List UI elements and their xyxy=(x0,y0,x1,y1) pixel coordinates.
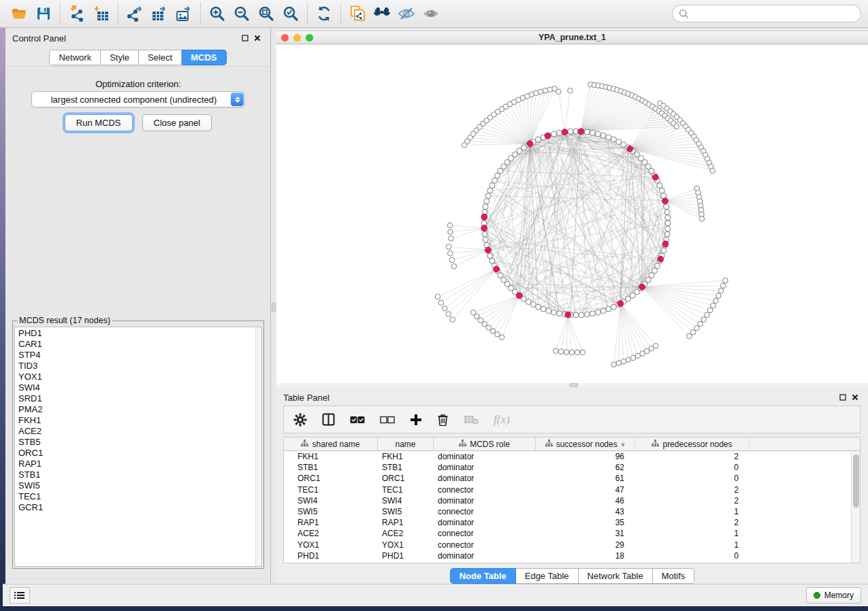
graph-mcds-node[interactable] xyxy=(653,174,659,180)
graph-leaf-node[interactable] xyxy=(564,350,569,355)
graph-leaf-node[interactable] xyxy=(716,293,722,299)
graph-node[interactable] xyxy=(579,312,584,318)
graph-node[interactable] xyxy=(484,199,489,204)
tab-edge-table[interactable]: Edge Table xyxy=(516,568,579,584)
tab-motifs[interactable]: Motifs xyxy=(653,568,695,584)
mcds-result-item[interactable]: CAR1 xyxy=(18,339,261,350)
graph-node[interactable] xyxy=(595,310,600,315)
graph-node[interactable] xyxy=(551,310,557,315)
mcds-result-item[interactable]: FKH1 xyxy=(18,415,261,426)
graph-node[interactable] xyxy=(483,204,488,210)
graph-leaf-node[interactable] xyxy=(450,317,455,323)
graph-node[interactable] xyxy=(595,131,600,137)
table-settings-gear-icon[interactable] xyxy=(293,413,307,427)
zoom-out-icon[interactable] xyxy=(229,3,254,24)
close-panel-button[interactable]: Close panel xyxy=(142,114,212,131)
mcds-result-item[interactable]: RAP1 xyxy=(18,459,261,469)
graph-leaf-node[interactable] xyxy=(718,288,724,294)
graph-leaf-node[interactable] xyxy=(616,361,622,366)
graph-leaf-node[interactable] xyxy=(674,124,679,129)
graph-node[interactable] xyxy=(664,204,669,210)
column-header-name[interactable]: name xyxy=(378,437,434,450)
mcds-result-item[interactable]: SWI5 xyxy=(18,480,261,491)
mcds-result-item[interactable]: TID3 xyxy=(18,361,261,371)
graph-node[interactable] xyxy=(489,258,495,263)
mcds-result-item[interactable]: STB1 xyxy=(18,469,261,480)
mcds-result-item[interactable]: ACE2 xyxy=(18,426,261,437)
graph-node[interactable] xyxy=(483,237,488,242)
graph-node[interactable] xyxy=(611,137,616,142)
table-scrollbar-thumb[interactable] xyxy=(853,455,859,508)
run-mcds-button[interactable]: Run MCDS xyxy=(65,114,133,131)
graph-leaf-node[interactable] xyxy=(698,321,703,327)
import-network-icon[interactable] xyxy=(65,3,89,24)
graph-node[interactable] xyxy=(551,131,557,137)
graph-mcds-node[interactable] xyxy=(639,284,645,291)
graph-leaf-node[interactable] xyxy=(580,350,585,355)
column-header-predecessor-nodes[interactable]: predecessor nodes xyxy=(635,437,750,450)
float-panel-icon[interactable] xyxy=(837,392,849,403)
table-row[interactable]: STB1STB1dominator620 xyxy=(284,462,860,473)
graph-mcds-node[interactable] xyxy=(617,301,624,307)
close-panel-icon[interactable] xyxy=(251,33,263,44)
graph-node[interactable] xyxy=(536,137,541,142)
mcds-result-item[interactable]: ORC1 xyxy=(18,448,261,459)
graph-leaf-node[interactable] xyxy=(448,229,453,235)
mcds-list-scrollbar[interactable] xyxy=(255,327,261,566)
window-maximize-light[interactable] xyxy=(306,34,313,42)
window-minimize-light[interactable] xyxy=(293,34,301,42)
graph-leaf-node[interactable] xyxy=(568,88,573,93)
search-input[interactable] xyxy=(693,8,854,20)
graph-mcds-node[interactable] xyxy=(578,129,584,135)
graph-leaf-node[interactable] xyxy=(699,216,705,222)
tab-network[interactable]: Network xyxy=(49,50,101,65)
graph-node[interactable] xyxy=(546,308,551,314)
graph-node[interactable] xyxy=(664,210,670,215)
close-panel-icon[interactable] xyxy=(849,392,861,403)
graph-mcds-node[interactable] xyxy=(517,293,523,299)
graph-leaf-node[interactable] xyxy=(711,303,716,308)
graph-leaf-node[interactable] xyxy=(435,294,440,299)
tab-network-table[interactable]: Network Table xyxy=(579,568,653,584)
mcds-result-item[interactable]: STB5 xyxy=(18,437,261,448)
graph-mcds-node[interactable] xyxy=(481,225,487,231)
tab-select[interactable]: Select xyxy=(139,50,182,65)
graph-mcds-node[interactable] xyxy=(494,266,500,272)
graph-node[interactable] xyxy=(557,130,562,135)
select-all-columns-icon[interactable] xyxy=(350,416,365,424)
tab-mcds[interactable]: MCDS xyxy=(182,50,226,65)
graph-leaf-node[interactable] xyxy=(543,88,548,93)
graph-mcds-node[interactable] xyxy=(662,241,669,247)
table-row[interactable]: YOX1YOX1connector291 xyxy=(284,540,860,550)
graph-node[interactable] xyxy=(606,306,611,312)
mcds-result-item[interactable]: STP4 xyxy=(18,350,261,361)
graph-node[interactable] xyxy=(536,304,541,310)
graph-node[interactable] xyxy=(665,220,671,226)
mcds-result-listbox[interactable]: PHD1CAR1STP4TID3YOX1SWI4SRD1PMA2FKH1ACE2… xyxy=(14,327,262,567)
graph-leaf-node[interactable] xyxy=(701,317,707,323)
table-row[interactable]: SWI5SWI5connector431 xyxy=(284,506,860,517)
vertical-splitter[interactable] xyxy=(271,28,276,584)
create-column-icon[interactable] xyxy=(410,414,422,426)
graph-mcds-node[interactable] xyxy=(562,129,568,135)
graph-node[interactable] xyxy=(664,231,670,237)
network-canvas[interactable] xyxy=(276,45,868,383)
graph-leaf-node[interactable] xyxy=(495,332,500,337)
hide-selected-icon[interactable] xyxy=(394,3,419,24)
zoom-selected-icon[interactable] xyxy=(278,3,303,24)
graph-leaf-node[interactable] xyxy=(569,350,575,355)
graph-mcds-node[interactable] xyxy=(485,247,492,253)
graph-leaf-node[interactable] xyxy=(547,87,553,93)
mcds-result-item[interactable]: TEC1 xyxy=(18,491,261,502)
search-field[interactable] xyxy=(672,5,861,22)
graph-leaf-node[interactable] xyxy=(449,236,454,242)
graph-leaf-node[interactable] xyxy=(705,312,710,318)
graph-leaf-node[interactable] xyxy=(630,355,636,361)
window-close-light[interactable] xyxy=(281,34,289,42)
graph-leaf-node[interactable] xyxy=(446,312,451,317)
zoom-in-icon[interactable] xyxy=(205,3,229,24)
graph-node[interactable] xyxy=(557,311,562,316)
graph-leaf-node[interactable] xyxy=(723,278,728,283)
export-network-icon[interactable] xyxy=(123,3,147,24)
graph-leaf-node[interactable] xyxy=(575,350,580,355)
